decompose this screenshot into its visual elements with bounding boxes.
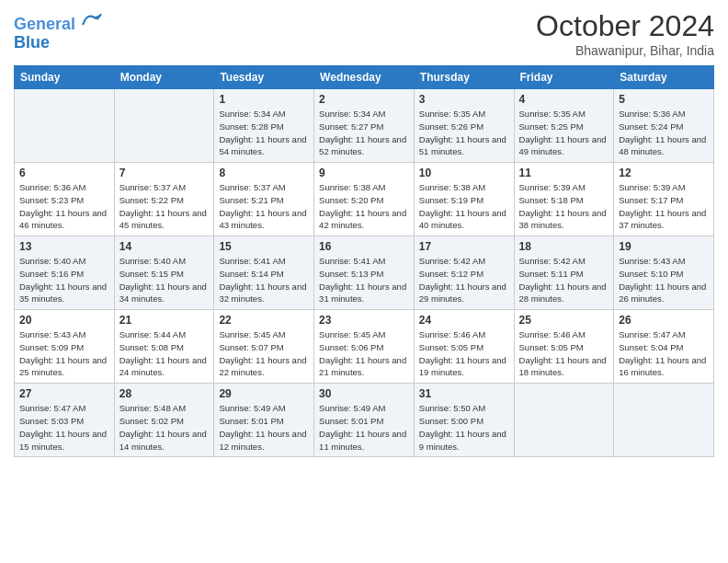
day-number: 12: [619, 167, 709, 179]
day-number: 6: [19, 167, 109, 179]
cell-info: Sunrise: 5:45 AMSunset: 5:06 PMDaylight:…: [319, 328, 409, 379]
day-number: 3: [419, 93, 509, 106]
cell-info: Sunrise: 5:44 AMSunset: 5:08 PMDaylight:…: [119, 328, 210, 379]
day-cell: 15Sunrise: 5:41 AMSunset: 5:14 PMDayligh…: [214, 236, 314, 310]
day-cell: 13Sunrise: 5:40 AMSunset: 5:16 PMDayligh…: [15, 236, 115, 310]
sunrise-text: Sunrise: 5:41 AM: [219, 256, 285, 266]
day-number: 27: [19, 387, 109, 400]
sunrise-text: Sunrise: 5:50 AM: [419, 403, 485, 413]
cell-info: Sunrise: 5:38 AMSunset: 5:19 PMDaylight:…: [419, 181, 509, 232]
cell-info: Sunrise: 5:46 AMSunset: 5:05 PMDaylight:…: [519, 328, 609, 379]
sunrise-text: Sunrise: 5:35 AM: [519, 109, 586, 119]
day-cell: [614, 384, 714, 457]
logo: General Blue: [14, 9, 102, 52]
day-cell: 17Sunrise: 5:42 AMSunset: 5:12 PMDayligh…: [414, 236, 514, 310]
day-cell: 9Sunrise: 5:38 AMSunset: 5:20 PMDaylight…: [314, 163, 415, 236]
day-cell: 2Sunrise: 5:34 AMSunset: 5:27 PMDaylight…: [314, 89, 415, 163]
col-header-sunday: Sunday: [15, 66, 115, 89]
daylight-text: Daylight: 11 hours and 29 minutes.: [419, 282, 506, 304]
cell-info: Sunrise: 5:43 AMSunset: 5:09 PMDaylight:…: [19, 328, 109, 379]
sunset-text: Sunset: 5:14 PM: [219, 269, 283, 279]
location-title: Bhawanipur, Bihar, India: [536, 43, 714, 58]
day-cell: 12Sunrise: 5:39 AMSunset: 5:17 PMDayligh…: [614, 163, 714, 236]
daylight-text: Daylight: 11 hours and 42 minutes.: [319, 208, 406, 231]
sunrise-text: Sunrise: 5:49 AM: [319, 403, 385, 413]
calendar-table: SundayMondayTuesdayWednesdayThursdayFrid…: [14, 65, 714, 457]
day-number: 31: [419, 387, 509, 400]
week-row-4: 20Sunrise: 5:43 AMSunset: 5:09 PMDayligh…: [15, 310, 714, 384]
sunrise-text: Sunrise: 5:47 AM: [619, 329, 685, 339]
day-number: 13: [19, 240, 109, 253]
cell-info: Sunrise: 5:35 AMSunset: 5:26 PMDaylight:…: [419, 108, 509, 158]
sunset-text: Sunset: 5:03 PM: [19, 416, 84, 426]
sunset-text: Sunset: 5:05 PM: [419, 342, 483, 352]
day-number: 19: [619, 240, 709, 253]
daylight-text: Daylight: 11 hours and 38 minutes.: [519, 208, 607, 231]
day-cell: [114, 89, 214, 163]
logo-blue: Blue: [14, 34, 102, 52]
daylight-text: Daylight: 11 hours and 22 minutes.: [219, 355, 306, 378]
day-cell: 4Sunrise: 5:35 AMSunset: 5:25 PMDaylight…: [514, 89, 614, 163]
day-number: 21: [119, 314, 210, 327]
sunset-text: Sunset: 5:24 PM: [619, 121, 683, 132]
cell-info: Sunrise: 5:47 AMSunset: 5:03 PMDaylight:…: [19, 402, 109, 453]
day-number: 30: [319, 387, 409, 400]
cell-info: Sunrise: 5:34 AMSunset: 5:27 PMDaylight:…: [319, 108, 409, 158]
daylight-text: Daylight: 11 hours and 14 minutes.: [119, 429, 207, 452]
day-cell: 25Sunrise: 5:46 AMSunset: 5:05 PMDayligh…: [514, 310, 614, 384]
day-cell: 31Sunrise: 5:50 AMSunset: 5:00 PMDayligh…: [414, 384, 514, 457]
daylight-text: Daylight: 11 hours and 52 minutes.: [319, 134, 406, 157]
daylight-text: Daylight: 11 hours and 49 minutes.: [519, 134, 607, 157]
daylight-text: Daylight: 11 hours and 43 minutes.: [219, 208, 306, 231]
day-cell: 3Sunrise: 5:35 AMSunset: 5:26 PMDaylight…: [414, 89, 514, 163]
sunset-text: Sunset: 5:00 PM: [419, 416, 483, 426]
cell-info: Sunrise: 5:34 AMSunset: 5:28 PMDaylight:…: [219, 108, 309, 158]
day-cell: 10Sunrise: 5:38 AMSunset: 5:19 PMDayligh…: [414, 163, 514, 236]
sunrise-text: Sunrise: 5:41 AM: [319, 256, 385, 266]
cell-info: Sunrise: 5:45 AMSunset: 5:07 PMDaylight:…: [219, 328, 309, 379]
sunrise-text: Sunrise: 5:46 AM: [519, 329, 586, 339]
sunset-text: Sunset: 5:25 PM: [519, 121, 584, 132]
cell-info: Sunrise: 5:36 AMSunset: 5:24 PMDaylight:…: [619, 108, 709, 158]
daylight-text: Daylight: 11 hours and 37 minutes.: [619, 208, 706, 231]
day-number: 15: [219, 240, 309, 253]
daylight-text: Daylight: 11 hours and 19 minutes.: [419, 355, 506, 378]
sunrise-text: Sunrise: 5:43 AM: [619, 256, 685, 266]
week-row-1: 1Sunrise: 5:34 AMSunset: 5:28 PMDaylight…: [15, 89, 714, 163]
sunrise-text: Sunrise: 5:40 AM: [119, 256, 186, 266]
logo-icon: [82, 9, 102, 29]
day-cell: [15, 89, 115, 163]
sunrise-text: Sunrise: 5:45 AM: [319, 329, 385, 339]
day-number: 5: [619, 93, 709, 106]
header: General Blue October 2024 Bhawanipur, Bi…: [14, 9, 714, 58]
day-cell: 6Sunrise: 5:36 AMSunset: 5:23 PMDaylight…: [15, 163, 115, 236]
daylight-text: Daylight: 11 hours and 12 minutes.: [219, 429, 306, 452]
daylight-text: Daylight: 11 hours and 26 minutes.: [619, 282, 706, 304]
cell-info: Sunrise: 5:40 AMSunset: 5:15 PMDaylight:…: [119, 255, 210, 305]
sunset-text: Sunset: 5:28 PM: [219, 121, 283, 132]
sunset-text: Sunset: 5:10 PM: [619, 269, 683, 279]
day-cell: 28Sunrise: 5:48 AMSunset: 5:02 PMDayligh…: [114, 384, 214, 457]
sunset-text: Sunset: 5:05 PM: [519, 342, 584, 352]
daylight-text: Daylight: 11 hours and 45 minutes.: [119, 208, 207, 231]
cell-info: Sunrise: 5:41 AMSunset: 5:14 PMDaylight:…: [219, 255, 309, 305]
cell-info: Sunrise: 5:37 AMSunset: 5:21 PMDaylight:…: [219, 181, 309, 232]
sunrise-text: Sunrise: 5:37 AM: [119, 182, 186, 192]
sunrise-text: Sunrise: 5:38 AM: [419, 182, 485, 192]
day-number: 10: [419, 167, 509, 179]
sunrise-text: Sunrise: 5:39 AM: [619, 182, 685, 192]
daylight-text: Daylight: 11 hours and 24 minutes.: [119, 355, 207, 378]
day-cell: 11Sunrise: 5:39 AMSunset: 5:18 PMDayligh…: [514, 163, 614, 236]
cell-info: Sunrise: 5:39 AMSunset: 5:18 PMDaylight:…: [519, 181, 609, 232]
day-number: 2: [319, 93, 409, 106]
sunrise-text: Sunrise: 5:43 AM: [19, 329, 85, 339]
sunset-text: Sunset: 5:13 PM: [319, 269, 383, 279]
sunset-text: Sunset: 5:27 PM: [319, 121, 383, 132]
day-cell: 23Sunrise: 5:45 AMSunset: 5:06 PMDayligh…: [314, 310, 415, 384]
sunset-text: Sunset: 5:16 PM: [19, 269, 84, 279]
daylight-text: Daylight: 11 hours and 46 minutes.: [19, 208, 107, 231]
cell-info: Sunrise: 5:46 AMSunset: 5:05 PMDaylight:…: [419, 328, 509, 379]
sunset-text: Sunset: 5:19 PM: [419, 195, 483, 205]
sunrise-text: Sunrise: 5:47 AM: [19, 403, 85, 413]
day-cell: 27Sunrise: 5:47 AMSunset: 5:03 PMDayligh…: [15, 384, 115, 457]
